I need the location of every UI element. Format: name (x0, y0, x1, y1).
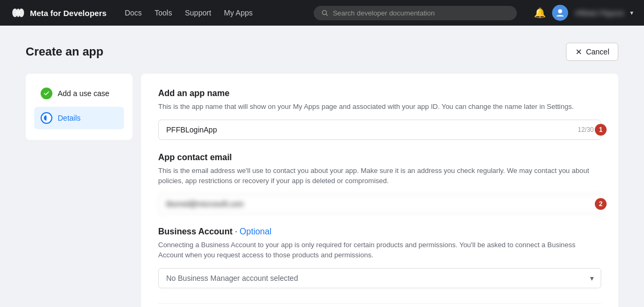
svg-point-5 (558, 9, 563, 13)
search-bar[interactable] (314, 6, 517, 20)
chevron-down-icon[interactable]: ▾ (630, 9, 633, 17)
details-icon (41, 112, 52, 124)
navbar: Meta for Developers Docs Tools Support M… (0, 0, 644, 26)
optional-label: Optional (239, 227, 271, 236)
content: Add a use case Details Add an app name T… (26, 74, 618, 307)
bell-icon[interactable]: 🔔 (534, 7, 546, 19)
step-badge-2: 2 (595, 198, 607, 210)
step-badge-1: 1 (595, 124, 607, 136)
email-title: App contact email (158, 153, 601, 162)
business-desc: Connecting a Business Account to your ap… (158, 240, 601, 261)
close-icon (575, 48, 583, 56)
cancel-button[interactable]: Cancel (566, 43, 618, 61)
nav-docs[interactable]: Docs (119, 5, 147, 20)
search-input[interactable] (333, 9, 510, 17)
svg-point-2 (17, 9, 20, 17)
sidebar-item-use-case[interactable]: Add a use case (34, 82, 124, 105)
business-select-wrapper: No Business Manager account selected ▾ (158, 268, 601, 288)
business-section: Business Account · Optional Connecting a… (158, 227, 601, 288)
nav-support[interactable]: Support (180, 5, 216, 20)
email-input[interactable] (158, 194, 601, 214)
brand-label: Meta for Developers (30, 9, 106, 18)
app-name-title: Add an app name (158, 89, 601, 98)
footer: By proceeding, you agree to the Meta Pla… (158, 303, 601, 308)
nav-links: Docs Tools Support My Apps (119, 5, 258, 20)
sidebar-label-use-case: Add a use case (58, 89, 110, 98)
char-count: 12/30 (578, 126, 594, 133)
nav-tools[interactable]: Tools (149, 5, 177, 20)
sidebar-item-details[interactable]: Details (34, 107, 124, 129)
main-card: Add an app name This is the app name tha… (141, 74, 618, 307)
email-section: App contact email This is the email addr… (158, 153, 601, 214)
check-circle-icon (41, 88, 52, 99)
details-icon-inner (44, 115, 49, 121)
svg-line-4 (327, 14, 328, 15)
user-name: Affiliate Flippost (575, 9, 624, 17)
meta-logo-icon (11, 5, 26, 20)
email-input-wrapper: 2 (158, 194, 601, 214)
search-icon (321, 9, 328, 17)
email-desc: This is the email address we'll use to c… (158, 166, 601, 186)
app-name-desc: This is the app name that will show on y… (158, 101, 601, 112)
sidebar: Add a use case Details (26, 74, 133, 140)
brand: Meta for Developers (11, 5, 106, 20)
nav-right: 🔔 Affiliate Flippost ▾ (534, 5, 633, 21)
app-name-input[interactable] (158, 120, 601, 140)
page: Create an app Cancel Add a use case (0, 26, 644, 307)
nav-myapps[interactable]: My Apps (219, 5, 258, 20)
business-title: Business Account · Optional (158, 227, 601, 237)
avatar (552, 5, 568, 21)
app-name-input-wrapper: 12/30 1 (158, 120, 601, 140)
business-account-select[interactable]: No Business Manager account selected (158, 268, 601, 288)
app-name-section: Add an app name This is the app name tha… (158, 89, 601, 140)
cancel-label: Cancel (586, 48, 609, 56)
page-header: Create an app Cancel (26, 43, 618, 61)
page-title: Create an app (26, 45, 104, 59)
sidebar-label-details: Details (58, 114, 81, 122)
